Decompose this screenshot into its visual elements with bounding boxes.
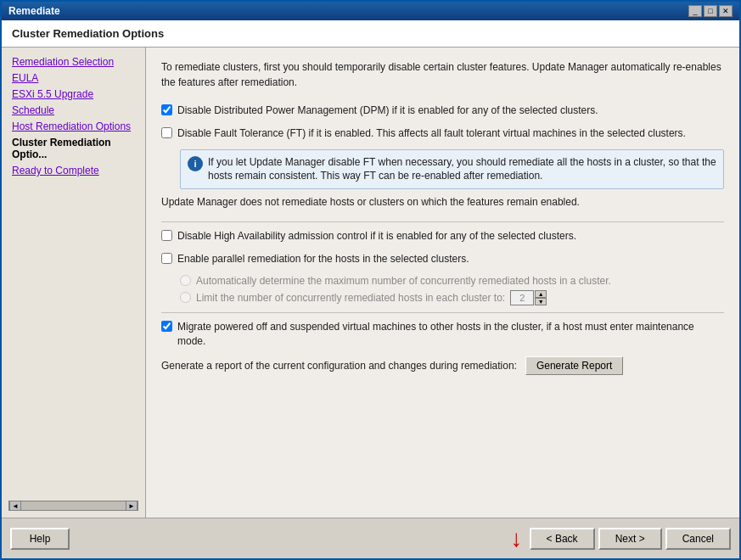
dpm-label: Disable Distributed Power Management (DP… <box>177 104 598 118</box>
info-icon: i <box>188 156 203 171</box>
sidebar-item-host-remediation[interactable]: Host Remediation Options <box>8 119 138 134</box>
back-button[interactable]: < Back <box>530 528 595 550</box>
minimize-button[interactable]: _ <box>688 5 702 17</box>
sidebar: Remediation Selection EULA ESXi 5.5 Upgr… <box>2 48 146 518</box>
limit-radio[interactable] <box>180 292 191 303</box>
parallel-label: Enable parallel remediation for the host… <box>177 252 469 266</box>
concurrent-spinner[interactable] <box>510 290 534 305</box>
limit-radio-label: Limit the number of concurrently remedia… <box>196 292 505 304</box>
migrate-checkbox[interactable] <box>161 321 172 332</box>
sub-options: Automatically determine the maximum numb… <box>180 275 724 305</box>
spin-up-button[interactable]: ▲ <box>535 290 547 298</box>
sidebar-scrollbar: ◄ ► <box>8 501 138 511</box>
maximize-button[interactable]: □ <box>704 5 717 17</box>
ha-option-row: Disable High Availability admission cont… <box>161 229 724 244</box>
sidebar-item-schedule[interactable]: Schedule <box>8 103 138 118</box>
dpm-option-row: Disable Distributed Power Management (DP… <box>161 104 724 118</box>
info-text: If you let Update Manager disable FT whe… <box>208 155 716 184</box>
bottom-right: ↓ < Back Next > Cancel <box>511 525 731 552</box>
help-button[interactable]: Help <box>10 528 70 550</box>
ha-label: Disable High Availability admission cont… <box>177 229 576 244</box>
sidebar-scroll-left[interactable]: ◄ <box>9 501 21 511</box>
intro-text: To remediate clusters, first you should … <box>161 59 724 90</box>
red-arrow-icon: ↓ <box>511 525 523 552</box>
parallel-checkbox[interactable] <box>161 253 172 264</box>
auto-radio-label: Automatically determine the maximum numb… <box>196 275 611 287</box>
sidebar-scroll-track <box>21 501 126 510</box>
ft-label: Disable Fault Tolerance (FT) if it is en… <box>177 126 686 141</box>
bottom-bar: Help ↓ < Back Next > Cancel <box>2 518 739 558</box>
cancel-button[interactable]: Cancel <box>665 528 731 550</box>
close-button[interactable]: ✕ <box>719 5 733 17</box>
sidebar-scroll-right[interactable]: ► <box>126 501 138 511</box>
spin-down-button[interactable]: ▼ <box>535 298 547 305</box>
window-title: Remediate <box>8 5 60 17</box>
generate-report-button[interactable]: Generate Report <box>525 356 623 375</box>
bottom-left: Help <box>10 528 70 550</box>
auto-radio-row: Automatically determine the maximum numb… <box>180 275 724 287</box>
sidebar-item-cluster-remediation: Cluster Remediation Optio... <box>8 135 138 162</box>
migrate-label: Migrate powered off and suspended virtua… <box>177 320 724 349</box>
main-content: Remediation Selection EULA ESXi 5.5 Upgr… <box>2 48 739 518</box>
sidebar-item-remediation-selection[interactable]: Remediation Selection <box>8 54 138 70</box>
limit-radio-row: Limit the number of concurrently remedia… <box>180 290 724 305</box>
ha-checkbox[interactable] <box>161 230 172 241</box>
content-area: To remediate clusters, first you should … <box>146 48 739 518</box>
page-header: Cluster Remediation Options <box>2 20 739 48</box>
window: Remediate _ □ ✕ Cluster Remediation Opti… <box>0 0 741 560</box>
auto-radio[interactable] <box>180 275 191 286</box>
divider-2 <box>161 312 724 313</box>
ft-checkbox[interactable] <box>161 127 172 138</box>
generate-report-row: Generate a report of the current configu… <box>161 356 724 375</box>
spin-buttons: ▲ ▼ <box>535 290 547 305</box>
generate-report-label: Generate a report of the current configu… <box>161 360 517 372</box>
info-block: i If you let Update Manager disable FT w… <box>180 149 724 190</box>
title-bar: Remediate _ □ ✕ <box>2 2 739 20</box>
ft-option-row: Disable Fault Tolerance (FT) if it is en… <box>161 126 724 141</box>
spinner-group: ▲ ▼ <box>510 290 547 305</box>
page-title: Cluster Remediation Options <box>12 27 164 40</box>
parallel-option-row: Enable parallel remediation for the host… <box>161 252 724 266</box>
dpm-checkbox[interactable] <box>161 104 172 115</box>
divider-1 <box>161 221 724 222</box>
sidebar-item-esxi-upgrade[interactable]: ESXi 5.5 Upgrade <box>8 87 138 102</box>
no-remediate-text: Update Manager does not remediate hosts … <box>161 196 724 208</box>
sidebar-items: Remediation Selection EULA ESXi 5.5 Upgr… <box>8 54 138 497</box>
sidebar-item-ready-to-complete[interactable]: Ready to Complete <box>8 163 138 178</box>
next-button[interactable]: Next > <box>598 528 662 550</box>
sidebar-item-eula[interactable]: EULA <box>8 70 138 86</box>
title-bar-controls: _ □ ✕ <box>688 5 733 17</box>
migrate-option-row: Migrate powered off and suspended virtua… <box>161 320 724 349</box>
